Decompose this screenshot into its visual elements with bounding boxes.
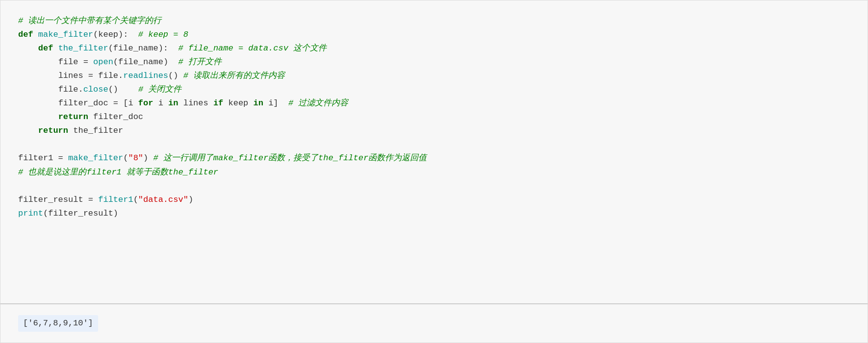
code-line-4: file = open(file_name) # 打开文件 <box>18 55 850 69</box>
code-line-2: def make_filter(keep): # keep = 8 <box>18 28 850 42</box>
blank-line-1 <box>18 138 850 151</box>
code-line-3: def the_filter(file_name): # file_name =… <box>18 42 850 55</box>
code-line-9: return the_filter <box>18 124 850 138</box>
code-line-5: lines = file.readlines() # 读取出来所有的文件内容 <box>18 69 850 83</box>
code-line-6: file.close() # 关闭文件 <box>18 83 850 97</box>
output-value: ['6,7,8,9,10'] <box>18 315 98 332</box>
code-line-12: # 也就是说这里的filter1 就等于函数the_filter <box>18 166 850 179</box>
code-line-1: # 读出一个文件中带有某个关键字的行 <box>18 14 850 28</box>
code-line-11: filter1 = make_filter("8") # 这一行调用了make_… <box>18 151 850 165</box>
code-line-15: print(filter_result) <box>18 207 850 220</box>
blank-line-2 <box>18 179 850 193</box>
code-line-8: return filter_doc <box>18 110 850 124</box>
code-line-7: filter_doc = [i for i in lines if keep i… <box>18 97 850 110</box>
output-block: ['6,7,8,9,10'] <box>0 304 868 343</box>
code-line-14: filter_result = filter1("data.csv") <box>18 193 850 207</box>
code-block: # 读出一个文件中带有某个关键字的行 def make_filter(keep)… <box>0 0 868 304</box>
